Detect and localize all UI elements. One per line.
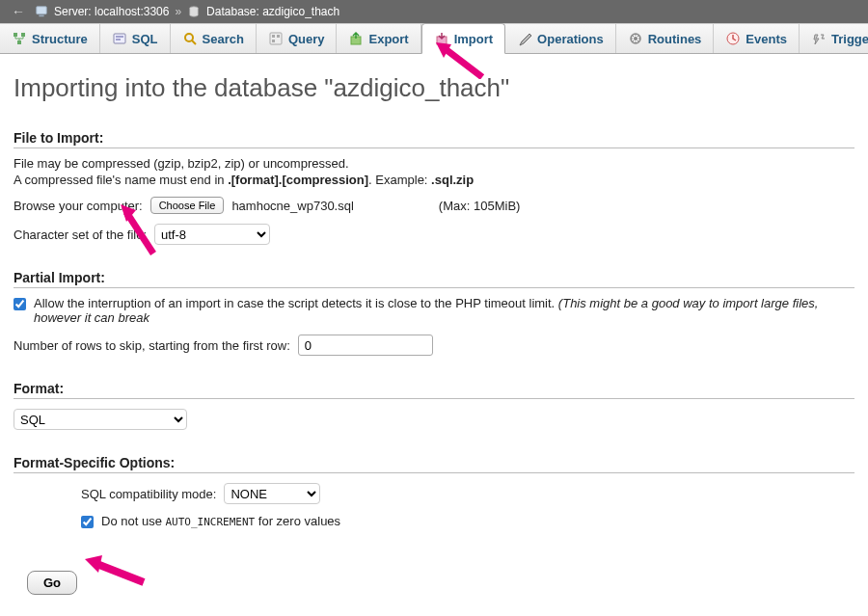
divider bbox=[14, 287, 854, 288]
section-heading: Format: bbox=[14, 381, 854, 396]
divider bbox=[14, 147, 854, 148]
svg-point-7 bbox=[185, 34, 193, 41]
divider bbox=[14, 472, 854, 473]
go-button[interactable]: Go bbox=[27, 571, 77, 595]
no-autoincrement-checkbox[interactable] bbox=[81, 516, 94, 528]
hint-compression: File may be compressed (gzip, bzip2, zip… bbox=[14, 156, 854, 171]
tab-label: Search bbox=[203, 32, 244, 46]
charset-select[interactable]: utf-8 bbox=[154, 224, 270, 245]
tab-label: SQL bbox=[132, 32, 158, 46]
database-label: Database: azdigico_thach bbox=[206, 5, 339, 18]
selected-filename: hamhocne_wp730.sql bbox=[231, 199, 353, 213]
section-heading: Partial Import: bbox=[14, 270, 854, 285]
hint-naming: A compressed file's name must end in .[f… bbox=[14, 173, 854, 187]
tab-query[interactable]: Query bbox=[257, 24, 338, 53]
tab-import[interactable]: Import bbox=[421, 23, 505, 54]
sql-icon bbox=[112, 31, 127, 46]
events-icon bbox=[725, 31, 741, 46]
svg-rect-1 bbox=[39, 15, 43, 17]
svg-point-15 bbox=[634, 37, 637, 40]
tab-routines[interactable]: Routines bbox=[616, 24, 715, 53]
tab-bar: Structure SQL Search Query Export Import… bbox=[0, 23, 868, 54]
annotation-arrow-go bbox=[81, 551, 149, 590]
skip-rows-label: Number of rows to skip, starting from th… bbox=[14, 338, 290, 353]
svg-rect-3 bbox=[14, 33, 17, 37]
tab-search[interactable]: Search bbox=[171, 24, 257, 53]
section-partial-import: Partial Import: Allow the interruption o… bbox=[14, 270, 854, 356]
svg-rect-0 bbox=[37, 7, 47, 14]
section-file-to-import: File to Import: File may be compressed (… bbox=[14, 130, 854, 245]
divider bbox=[14, 398, 854, 399]
tab-label: Events bbox=[746, 32, 787, 46]
svg-rect-6 bbox=[114, 34, 125, 43]
sql-compat-select[interactable]: NONE bbox=[224, 483, 320, 504]
tab-export[interactable]: Export bbox=[337, 24, 420, 53]
search-icon bbox=[182, 31, 198, 46]
tab-events[interactable]: Events bbox=[714, 24, 800, 53]
tab-operations[interactable]: Operations bbox=[505, 24, 616, 53]
export-icon bbox=[348, 31, 364, 46]
allow-interrupt-checkbox[interactable] bbox=[14, 298, 26, 310]
skip-rows-input[interactable] bbox=[298, 335, 433, 356]
tab-label: Query bbox=[288, 32, 325, 46]
choose-file-button[interactable]: Choose File bbox=[150, 197, 225, 214]
section-heading: Format-Specific Options: bbox=[14, 455, 854, 470]
tab-sql[interactable]: SQL bbox=[100, 24, 171, 53]
server-label: Server: localhost:3306 bbox=[54, 5, 169, 18]
charset-label: Character set of the file: bbox=[14, 228, 147, 242]
sql-compat-label: SQL compatibility mode: bbox=[81, 487, 216, 501]
no-autoincrement-label: Do not use auto_increment for zero value… bbox=[101, 514, 340, 528]
breadcrumb: ← Server: localhost:3306 » Database: azd… bbox=[0, 0, 868, 23]
server-icon bbox=[35, 5, 48, 18]
tab-triggers[interactable]: Triggers bbox=[800, 24, 868, 53]
tab-label: Operations bbox=[537, 32, 604, 46]
page-title: Importing into the database "azdigico_th… bbox=[14, 73, 854, 103]
database-icon bbox=[187, 5, 201, 18]
tab-label: Structure bbox=[32, 32, 88, 46]
structure-icon bbox=[12, 31, 27, 46]
browse-label: Browse your computer: bbox=[14, 199, 143, 213]
routines-icon bbox=[628, 31, 643, 46]
tab-label: Export bbox=[368, 32, 408, 46]
section-heading: File to Import: bbox=[14, 130, 854, 146]
tab-label: Routines bbox=[648, 32, 702, 46]
tab-structure[interactable]: Structure bbox=[0, 24, 100, 53]
query-icon bbox=[268, 31, 284, 46]
svg-rect-5 bbox=[17, 40, 21, 44]
svg-rect-8 bbox=[270, 33, 282, 44]
breadcrumb-separator: » bbox=[175, 5, 181, 18]
svg-rect-9 bbox=[272, 35, 275, 38]
svg-rect-4 bbox=[21, 33, 25, 37]
operations-icon bbox=[517, 31, 532, 46]
format-select[interactable]: SQL bbox=[14, 409, 187, 430]
back-arrow[interactable]: ← bbox=[8, 4, 29, 19]
svg-rect-10 bbox=[277, 35, 280, 38]
section-format-options: Format-Specific Options: SQL compatibili… bbox=[14, 455, 854, 528]
triggers-icon bbox=[811, 31, 827, 46]
tab-label: Import bbox=[454, 32, 493, 46]
import-icon bbox=[434, 31, 449, 46]
allow-interrupt-label: Allow the interruption of an import in c… bbox=[34, 296, 854, 325]
section-format: Format: SQL bbox=[14, 381, 854, 430]
max-size-label: (Max: 105MiB) bbox=[439, 199, 521, 213]
svg-rect-11 bbox=[272, 40, 275, 42]
tab-label: Triggers bbox=[831, 32, 868, 46]
